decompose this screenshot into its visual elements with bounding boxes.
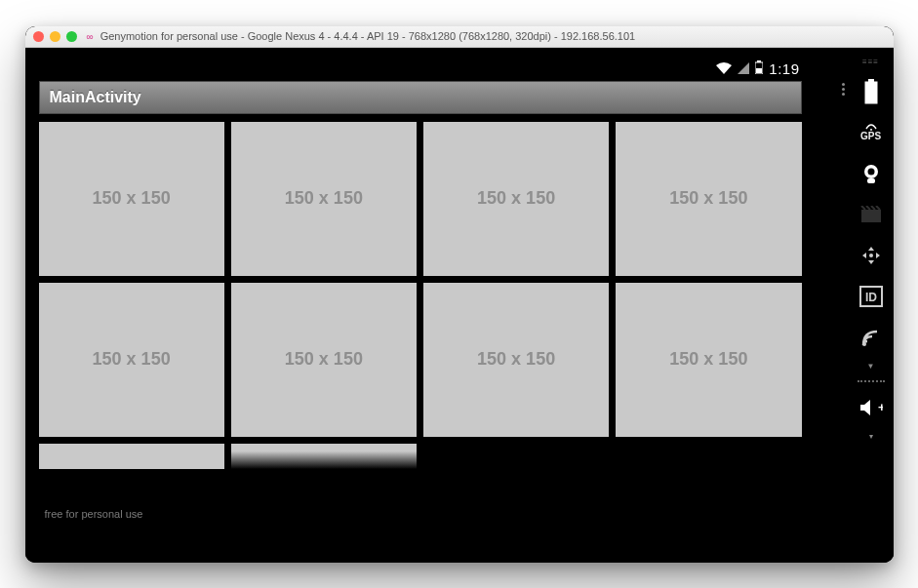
- battery-widget-button[interactable]: [854, 76, 889, 107]
- grid-cell[interactable]: 150 x 150: [423, 283, 609, 437]
- svg-point-12: [869, 254, 873, 257]
- svg-point-9: [867, 168, 874, 175]
- battery-icon: [755, 60, 763, 77]
- camera-button[interactable]: [854, 158, 889, 189]
- svg-point-15: [862, 342, 866, 346]
- grid-cell[interactable]: 150 x 150: [423, 122, 609, 276]
- wifi-icon: [716, 61, 732, 77]
- grid-cell[interactable]: 150 x 150: [231, 122, 417, 276]
- app-window: ∞ Genymotion for personal use - Google N…: [25, 26, 894, 563]
- action-bar: MainActivity: [39, 81, 802, 114]
- image-grid[interactable]: 150 x 150 150 x 150 150 x 150 150 x 150 …: [39, 118, 802, 526]
- collapse-down-icon[interactable]: ▾: [869, 433, 873, 441]
- placeholder-label: 150 x 150: [669, 188, 747, 209]
- divider: [858, 380, 885, 382]
- android-screen: 1:19 MainActivity 150 x 150 150 x 150 15…: [35, 58, 806, 526]
- grid-cell[interactable]: [39, 444, 224, 469]
- svg-text:+: +: [878, 400, 883, 414]
- svg-rect-2: [756, 68, 762, 73]
- close-icon[interactable]: [33, 31, 44, 42]
- mac-titlebar: ∞ Genymotion for personal use - Google N…: [25, 26, 894, 48]
- grid-cell[interactable]: [231, 444, 417, 469]
- grid-cell[interactable]: 150 x 150: [39, 283, 224, 437]
- watermark-text: free for personal use: [45, 508, 143, 520]
- zoom-icon[interactable]: [66, 31, 77, 42]
- placeholder-label: 150 x 150: [477, 349, 555, 370]
- gps-button[interactable]: GPS: [854, 117, 889, 148]
- network-button[interactable]: [854, 322, 889, 353]
- svg-rect-1: [757, 60, 761, 62]
- drag-handle-icon[interactable]: ≡≡≡: [862, 58, 879, 66]
- clock: 1:19: [769, 60, 799, 77]
- window-title: Genymotion for personal use - Google Nex…: [100, 30, 636, 42]
- remote-control-button[interactable]: [854, 240, 889, 271]
- grid-cell[interactable]: 150 x 150: [616, 122, 801, 276]
- screencast-button[interactable]: [854, 199, 889, 230]
- identifier-button[interactable]: ID: [854, 281, 889, 312]
- svg-rect-11: [861, 210, 881, 222]
- grid-cell[interactable]: 150 x 150: [231, 283, 417, 437]
- signal-icon: [738, 61, 749, 77]
- svg-rect-6: [868, 79, 874, 82]
- grid-cell[interactable]: 150 x 150: [39, 122, 224, 276]
- placeholder-label: 150 x 150: [669, 349, 747, 370]
- placeholder-label: 150 x 150: [285, 349, 363, 370]
- placeholder-label: 150 x 150: [93, 188, 171, 209]
- placeholder-label: 150 x 150: [93, 349, 171, 370]
- collapse-up-icon[interactable]: ▼: [867, 363, 875, 371]
- svg-rect-5: [865, 82, 877, 103]
- gps-label: GPS: [860, 131, 881, 141]
- svg-rect-10: [867, 178, 875, 183]
- genymotion-logo-icon: ∞: [87, 31, 93, 42]
- android-statusbar: 1:19: [35, 58, 806, 81]
- volume-up-button[interactable]: +: [854, 392, 889, 423]
- device-screen-container: 1:19 MainActivity 150 x 150 150 x 150 15…: [25, 48, 894, 563]
- activity-title: MainActivity: [50, 89, 141, 106]
- svg-text:ID: ID: [865, 291, 877, 304]
- placeholder-label: 150 x 150: [477, 188, 555, 209]
- placeholder-label: 150 x 150: [285, 188, 363, 209]
- minimize-icon[interactable]: [50, 31, 60, 42]
- grid-cell[interactable]: 150 x 150: [616, 283, 801, 437]
- overflow-menu-icon[interactable]: [842, 83, 845, 96]
- genymotion-sidebar: ≡≡≡ GPS ID ▼ + ▾: [849, 48, 894, 563]
